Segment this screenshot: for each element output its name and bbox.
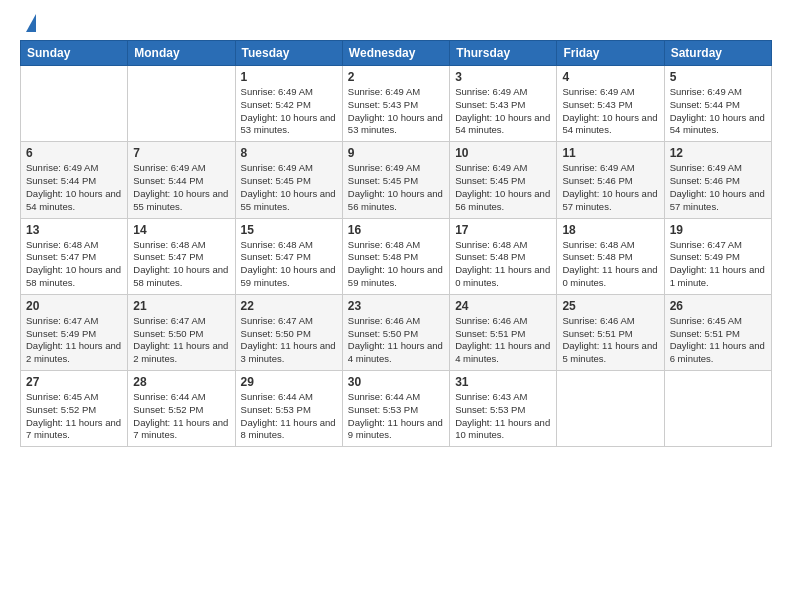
day-info: Sunrise: 6:43 AMSunset: 5:53 PMDaylight:… — [455, 391, 551, 442]
table-row: 1Sunrise: 6:49 AMSunset: 5:42 PMDaylight… — [235, 66, 342, 142]
day-info: Sunrise: 6:49 AMSunset: 5:43 PMDaylight:… — [455, 86, 551, 137]
day-number: 25 — [562, 299, 658, 313]
table-row: 8Sunrise: 6:49 AMSunset: 5:45 PMDaylight… — [235, 142, 342, 218]
table-row: 12Sunrise: 6:49 AMSunset: 5:46 PMDayligh… — [664, 142, 771, 218]
table-row: 14Sunrise: 6:48 AMSunset: 5:47 PMDayligh… — [128, 218, 235, 294]
day-number: 22 — [241, 299, 337, 313]
table-row: 3Sunrise: 6:49 AMSunset: 5:43 PMDaylight… — [450, 66, 557, 142]
calendar-week-row: 20Sunrise: 6:47 AMSunset: 5:49 PMDayligh… — [21, 294, 772, 370]
table-row: 28Sunrise: 6:44 AMSunset: 5:52 PMDayligh… — [128, 371, 235, 447]
table-row: 30Sunrise: 6:44 AMSunset: 5:53 PMDayligh… — [342, 371, 449, 447]
col-monday: Monday — [128, 41, 235, 66]
day-number: 26 — [670, 299, 766, 313]
day-info: Sunrise: 6:47 AMSunset: 5:50 PMDaylight:… — [241, 315, 337, 366]
day-info: Sunrise: 6:45 AMSunset: 5:51 PMDaylight:… — [670, 315, 766, 366]
calendar-week-row: 1Sunrise: 6:49 AMSunset: 5:42 PMDaylight… — [21, 66, 772, 142]
day-number: 18 — [562, 223, 658, 237]
day-info: Sunrise: 6:49 AMSunset: 5:42 PMDaylight:… — [241, 86, 337, 137]
day-number: 1 — [241, 70, 337, 84]
table-row: 27Sunrise: 6:45 AMSunset: 5:52 PMDayligh… — [21, 371, 128, 447]
day-info: Sunrise: 6:48 AMSunset: 5:48 PMDaylight:… — [348, 239, 444, 290]
day-info: Sunrise: 6:46 AMSunset: 5:51 PMDaylight:… — [455, 315, 551, 366]
day-info: Sunrise: 6:48 AMSunset: 5:48 PMDaylight:… — [562, 239, 658, 290]
table-row — [557, 371, 664, 447]
day-info: Sunrise: 6:44 AMSunset: 5:53 PMDaylight:… — [348, 391, 444, 442]
day-info: Sunrise: 6:49 AMSunset: 5:44 PMDaylight:… — [26, 162, 122, 213]
day-info: Sunrise: 6:49 AMSunset: 5:46 PMDaylight:… — [562, 162, 658, 213]
table-row: 31Sunrise: 6:43 AMSunset: 5:53 PMDayligh… — [450, 371, 557, 447]
col-sunday: Sunday — [21, 41, 128, 66]
table-row: 9Sunrise: 6:49 AMSunset: 5:45 PMDaylight… — [342, 142, 449, 218]
table-row: 17Sunrise: 6:48 AMSunset: 5:48 PMDayligh… — [450, 218, 557, 294]
table-row: 5Sunrise: 6:49 AMSunset: 5:44 PMDaylight… — [664, 66, 771, 142]
col-saturday: Saturday — [664, 41, 771, 66]
day-number: 9 — [348, 146, 444, 160]
table-row: 15Sunrise: 6:48 AMSunset: 5:47 PMDayligh… — [235, 218, 342, 294]
calendar-week-row: 27Sunrise: 6:45 AMSunset: 5:52 PMDayligh… — [21, 371, 772, 447]
day-info: Sunrise: 6:47 AMSunset: 5:50 PMDaylight:… — [133, 315, 229, 366]
day-info: Sunrise: 6:46 AMSunset: 5:50 PMDaylight:… — [348, 315, 444, 366]
day-info: Sunrise: 6:49 AMSunset: 5:43 PMDaylight:… — [562, 86, 658, 137]
day-info: Sunrise: 6:49 AMSunset: 5:44 PMDaylight:… — [133, 162, 229, 213]
day-number: 30 — [348, 375, 444, 389]
col-friday: Friday — [557, 41, 664, 66]
table-row — [128, 66, 235, 142]
logo — [20, 16, 36, 32]
day-number: 2 — [348, 70, 444, 84]
table-row: 26Sunrise: 6:45 AMSunset: 5:51 PMDayligh… — [664, 294, 771, 370]
day-number: 27 — [26, 375, 122, 389]
day-info: Sunrise: 6:45 AMSunset: 5:52 PMDaylight:… — [26, 391, 122, 442]
col-tuesday: Tuesday — [235, 41, 342, 66]
day-number: 19 — [670, 223, 766, 237]
day-number: 7 — [133, 146, 229, 160]
table-row — [664, 371, 771, 447]
day-info: Sunrise: 6:46 AMSunset: 5:51 PMDaylight:… — [562, 315, 658, 366]
day-number: 31 — [455, 375, 551, 389]
calendar-header-row: Sunday Monday Tuesday Wednesday Thursday… — [21, 41, 772, 66]
table-row — [21, 66, 128, 142]
table-row: 16Sunrise: 6:48 AMSunset: 5:48 PMDayligh… — [342, 218, 449, 294]
day-number: 21 — [133, 299, 229, 313]
table-row: 23Sunrise: 6:46 AMSunset: 5:50 PMDayligh… — [342, 294, 449, 370]
logo-triangle-icon — [26, 14, 36, 32]
day-number: 24 — [455, 299, 551, 313]
table-row: 20Sunrise: 6:47 AMSunset: 5:49 PMDayligh… — [21, 294, 128, 370]
day-number: 13 — [26, 223, 122, 237]
table-row: 25Sunrise: 6:46 AMSunset: 5:51 PMDayligh… — [557, 294, 664, 370]
calendar-week-row: 13Sunrise: 6:48 AMSunset: 5:47 PMDayligh… — [21, 218, 772, 294]
table-row: 2Sunrise: 6:49 AMSunset: 5:43 PMDaylight… — [342, 66, 449, 142]
day-number: 6 — [26, 146, 122, 160]
table-row: 6Sunrise: 6:49 AMSunset: 5:44 PMDaylight… — [21, 142, 128, 218]
table-row: 13Sunrise: 6:48 AMSunset: 5:47 PMDayligh… — [21, 218, 128, 294]
table-row: 7Sunrise: 6:49 AMSunset: 5:44 PMDaylight… — [128, 142, 235, 218]
day-number: 23 — [348, 299, 444, 313]
day-info: Sunrise: 6:48 AMSunset: 5:47 PMDaylight:… — [241, 239, 337, 290]
header — [20, 16, 772, 32]
day-info: Sunrise: 6:48 AMSunset: 5:47 PMDaylight:… — [26, 239, 122, 290]
day-number: 15 — [241, 223, 337, 237]
day-number: 10 — [455, 146, 551, 160]
day-info: Sunrise: 6:48 AMSunset: 5:48 PMDaylight:… — [455, 239, 551, 290]
table-row: 19Sunrise: 6:47 AMSunset: 5:49 PMDayligh… — [664, 218, 771, 294]
col-thursday: Thursday — [450, 41, 557, 66]
day-number: 28 — [133, 375, 229, 389]
page: Sunday Monday Tuesday Wednesday Thursday… — [0, 0, 792, 612]
day-number: 12 — [670, 146, 766, 160]
table-row: 4Sunrise: 6:49 AMSunset: 5:43 PMDaylight… — [557, 66, 664, 142]
calendar-table: Sunday Monday Tuesday Wednesday Thursday… — [20, 40, 772, 447]
day-number: 17 — [455, 223, 551, 237]
day-number: 8 — [241, 146, 337, 160]
day-number: 16 — [348, 223, 444, 237]
table-row: 11Sunrise: 6:49 AMSunset: 5:46 PMDayligh… — [557, 142, 664, 218]
day-info: Sunrise: 6:44 AMSunset: 5:53 PMDaylight:… — [241, 391, 337, 442]
day-info: Sunrise: 6:47 AMSunset: 5:49 PMDaylight:… — [26, 315, 122, 366]
table-row: 22Sunrise: 6:47 AMSunset: 5:50 PMDayligh… — [235, 294, 342, 370]
day-info: Sunrise: 6:47 AMSunset: 5:49 PMDaylight:… — [670, 239, 766, 290]
day-info: Sunrise: 6:49 AMSunset: 5:45 PMDaylight:… — [455, 162, 551, 213]
day-number: 3 — [455, 70, 551, 84]
table-row: 24Sunrise: 6:46 AMSunset: 5:51 PMDayligh… — [450, 294, 557, 370]
day-number: 5 — [670, 70, 766, 84]
table-row: 10Sunrise: 6:49 AMSunset: 5:45 PMDayligh… — [450, 142, 557, 218]
day-info: Sunrise: 6:49 AMSunset: 5:43 PMDaylight:… — [348, 86, 444, 137]
table-row: 29Sunrise: 6:44 AMSunset: 5:53 PMDayligh… — [235, 371, 342, 447]
